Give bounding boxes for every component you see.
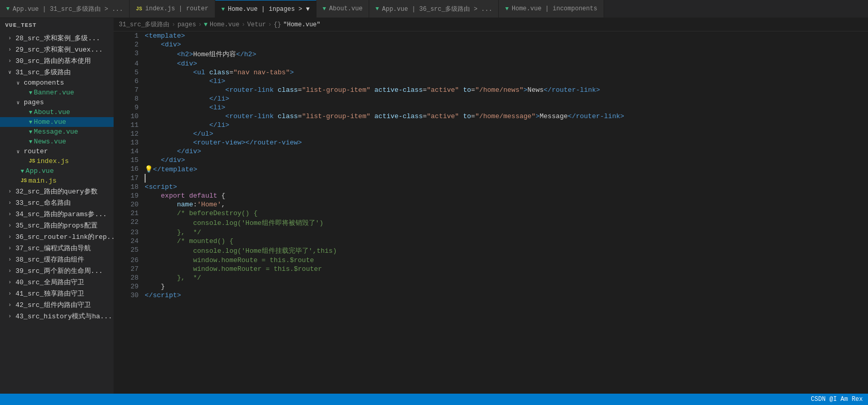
tab-label: App.vue | 31_src_多级路由 > ...	[13, 5, 123, 13]
breadcrumb: 31_src_多级路由 › pages › ▼ Home.vue › Vetur…	[114, 18, 868, 31]
line-number: 20	[114, 200, 145, 209]
breadcrumb-sep: ›	[171, 21, 175, 28]
code-line-26: 26 window.homeRoute = this.$route	[114, 256, 868, 265]
arrow-icon: ›	[8, 189, 15, 195]
arrow-icon: ›	[8, 223, 15, 229]
vue-icon: ▼	[505, 6, 509, 12]
code-line-17: 17	[114, 174, 868, 183]
sidebar-item-36[interactable]: › 36_src_router-link的rep...	[0, 231, 114, 242]
sidebar-item-banner-vue[interactable]: ▼ Banner.vue	[0, 88, 114, 98]
line-content: <div>	[145, 59, 868, 68]
vue-file-icon: ▼	[29, 109, 33, 116]
sidebar-item-43[interactable]: › 43_src_history模式与ha...	[0, 311, 114, 322]
sidebar-item-41[interactable]: › 41_src_独享路由守卫	[0, 288, 114, 299]
tab-index-js[interactable]: JS index.js | router	[130, 0, 215, 18]
folder-label: 41_src_独享路由守卫	[15, 289, 84, 298]
arrow-icon: ›	[8, 36, 15, 41]
sidebar-item-37[interactable]: › 37_src_编程式路由导航	[0, 242, 114, 254]
sidebar-item-home-vue[interactable]: ▼ Home.vue	[0, 117, 114, 127]
code-lines: 1 <template> 2 <div> 3 <h2>Home组件内容</h2>…	[114, 31, 868, 300]
sidebar-title: VUE_TEST	[0, 18, 114, 33]
sidebar-item-30[interactable]: › 30_src_路由的基本使用	[0, 55, 114, 67]
sidebar-item-pages[interactable]: ∨ pages	[0, 98, 114, 107]
tab-bar: ▼ App.vue | 31_src_多级路由 > ... JS index.j…	[0, 0, 868, 18]
file-label: index.js	[37, 157, 69, 165]
line-content: /* mounted() {	[145, 237, 868, 246]
line-content: <router-link class="list-group-item" act…	[145, 86, 868, 94]
line-number: 10	[114, 112, 145, 121]
arrow-icon: ∨	[17, 80, 24, 86]
arrow-icon: ›	[8, 291, 15, 297]
code-line-20: 20 name:'Home',	[114, 200, 868, 209]
tab-app-vue-1[interactable]: ▼ App.vue | 31_src_多级路由 > ...	[0, 0, 130, 18]
sidebar-item-about-vue[interactable]: ▼ About.vue	[0, 107, 114, 117]
sidebar-item-main-js[interactable]: JS main.js	[0, 176, 114, 186]
sidebar-item-28[interactable]: › 28_src_求和案例_多级...	[0, 33, 114, 44]
line-content: }	[145, 282, 868, 291]
sidebar-item-40[interactable]: › 40_src_全局路由守卫	[0, 277, 114, 288]
file-label: News.vue	[34, 138, 66, 145]
line-number: 1	[114, 31, 145, 40]
folder-label: 36_src_router-link的rep...	[15, 232, 114, 241]
tab-home-vue[interactable]: ▼ Home.vue | inpages > ▼	[215, 0, 317, 18]
arrow-icon: ∨	[8, 69, 15, 75]
line-content: /* beforeDestroy() {	[145, 209, 868, 218]
line-content: <script>	[145, 183, 868, 191]
line-content: window.homeRoute = this.$route	[145, 256, 868, 265]
arrow-icon: ›	[8, 58, 15, 64]
code-line-21: 21 /* beforeDestroy() {	[114, 209, 868, 218]
breadcrumb-sep: ›	[198, 21, 202, 28]
arrow-icon: ›	[8, 47, 15, 53]
line-number: 24	[114, 237, 145, 246]
line-number: 23	[114, 228, 145, 237]
line-number: 19	[114, 191, 145, 200]
vue-file-icon: ▼	[29, 129, 33, 135]
tab-app-vue-2[interactable]: ▼ App.vue | 36_src_多级路由 > ...	[369, 0, 499, 18]
sidebar-item-39[interactable]: › 39_src_两个新的生命周...	[0, 265, 114, 277]
line-number: 27	[114, 265, 145, 273]
vue-file-icon: ▼	[29, 119, 33, 125]
sidebar-item-components[interactable]: ∨ components	[0, 78, 114, 88]
line-content: }, */	[145, 228, 868, 237]
tab-about-vue[interactable]: ▼ About.vue	[317, 0, 369, 18]
sidebar-item-38[interactable]: › 38_src_缓存路由组件	[0, 254, 114, 265]
line-content: </div>	[145, 156, 868, 165]
sidebar-item-index-js[interactable]: JS index.js	[0, 156, 114, 166]
folder-label: router	[24, 148, 48, 155]
sidebar-item-app-vue[interactable]: ▼ App.vue	[0, 166, 114, 176]
line-content: <div>	[145, 40, 868, 49]
line-content	[145, 174, 868, 183]
tab-home-vue-2[interactable]: ▼ Home.vue | incomponents	[499, 0, 604, 18]
line-content: 💡</template>	[145, 165, 868, 174]
sidebar-item-29[interactable]: › 29_src_求和案例_vuex...	[0, 44, 114, 55]
sidebar-item-42[interactable]: › 42_src_组件内路由守卫	[0, 299, 114, 311]
code-editor[interactable]: 1 <template> 2 <div> 3 <h2>Home组件内容</h2>…	[114, 31, 868, 394]
line-content: <li>	[145, 77, 868, 86]
sidebar-item-34[interactable]: › 34_src_路由的params参...	[0, 208, 114, 220]
line-content: window.homeRouter = this.$router	[145, 265, 868, 273]
line-number: 8	[114, 94, 145, 103]
sidebar-item-news-vue[interactable]: ▼ News.vue	[0, 137, 114, 147]
code-line-7: 7 <router-link class="list-group-item" a…	[114, 86, 868, 94]
sidebar-item-33[interactable]: › 33_src_命名路由	[0, 197, 114, 208]
line-content: <li>	[145, 103, 868, 112]
sidebar-item-35[interactable]: › 35_src_路由的props配置	[0, 220, 114, 231]
js-icon: JS	[136, 6, 142, 12]
sidebar-item-message-vue[interactable]: ▼ Message.vue	[0, 127, 114, 137]
line-number: 16	[114, 165, 145, 174]
folder-label: 32_src_路由的query参数	[15, 187, 98, 196]
vue-file-icon: ▼	[21, 168, 24, 174]
sidebar-item-router[interactable]: ∨ router	[0, 147, 114, 156]
line-number: 5	[114, 68, 145, 77]
file-label: Home.vue	[34, 118, 66, 126]
line-number: 12	[114, 129, 145, 138]
line-content: </ul>	[145, 129, 868, 138]
breadcrumb-part: {}	[274, 21, 281, 28]
code-line-12: 12 </ul>	[114, 129, 868, 138]
line-content: <h2>Home组件内容</h2>	[145, 49, 868, 59]
js-file-icon: JS	[21, 178, 27, 184]
sidebar-item-31[interactable]: ∨ 31_src_多级路由	[0, 67, 114, 78]
line-number: 2	[114, 40, 145, 49]
code-line-15: 15 </div>	[114, 156, 868, 165]
sidebar-item-32[interactable]: › 32_src_路由的query参数	[0, 186, 114, 197]
